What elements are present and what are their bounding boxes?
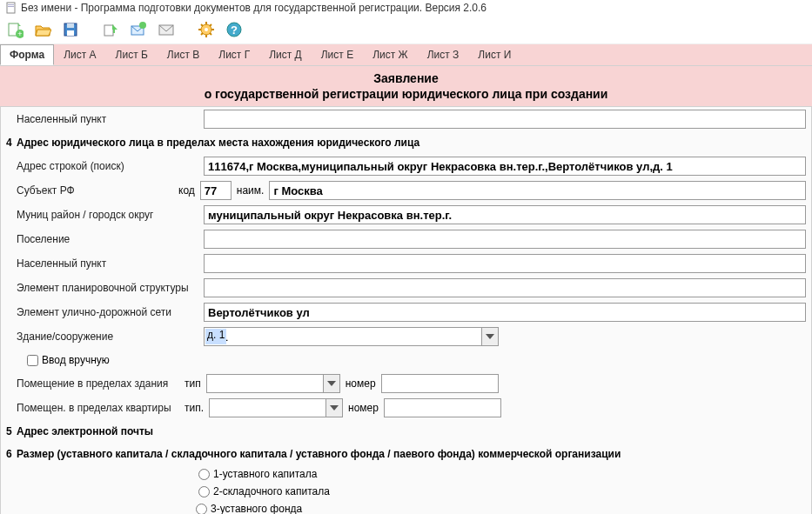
app-icon <box>5 2 17 14</box>
toolbar: + ? <box>0 16 812 44</box>
locality-input[interactable] <box>204 254 806 273</box>
apt-type-dropdown[interactable] <box>325 398 343 417</box>
building-select[interactable] <box>204 327 482 346</box>
svg-marker-28 <box>330 405 339 411</box>
page-subtitle: о государственной регистрации юридическо… <box>0 87 812 106</box>
capital-opt1-radio[interactable] <box>198 469 210 480</box>
room-type-select[interactable] <box>206 374 324 393</box>
save-button[interactable] <box>59 18 82 41</box>
apt-type-select[interactable] <box>209 398 326 417</box>
munic-label: Муниц район / городск округ <box>17 209 204 221</box>
tab-list-b[interactable]: Лист Б <box>106 44 158 65</box>
street-label: Элемент улично-дорожной сети <box>17 306 204 318</box>
title-bar: Без имени - Программа подготовки докумен… <box>0 0 812 16</box>
svg-point-12 <box>139 22 146 29</box>
svg-point-15 <box>205 28 208 31</box>
tab-list-i[interactable]: Лист И <box>468 44 520 65</box>
settlement-label: Поселение <box>17 233 204 245</box>
section-4-title: 4 Адрес юридического лица в пределах мес… <box>1 131 811 154</box>
page-title: Заявление <box>0 66 812 87</box>
svg-line-21 <box>210 33 211 35</box>
mail-button[interactable] <box>155 18 178 41</box>
export-button[interactable] <box>99 18 122 41</box>
svg-line-22 <box>201 33 203 35</box>
svg-rect-2 <box>8 6 14 7</box>
tab-form[interactable]: Форма <box>0 44 54 65</box>
svg-rect-10 <box>104 25 113 36</box>
section-6-title: 6 Размер (уставного капитала / складочно… <box>1 443 811 465</box>
building-label: Здание/сооружение <box>17 330 204 343</box>
tab-list-g[interactable]: Лист Г <box>209 44 259 65</box>
capital-opt3-radio[interactable] <box>196 504 207 515</box>
svg-rect-1 <box>8 4 14 5</box>
building-dropdown[interactable] <box>481 327 499 346</box>
room-label: Помещение в пределах здания <box>17 377 185 390</box>
svg-rect-8 <box>67 23 74 28</box>
subject-rf-label: Субъект РФ <box>17 184 173 197</box>
svg-line-20 <box>201 24 203 26</box>
svg-marker-4 <box>18 23 21 26</box>
open-button[interactable] <box>31 18 54 41</box>
tab-list-d[interactable]: Лист Д <box>259 44 312 65</box>
svg-text:?: ? <box>231 23 238 37</box>
locality-top-input[interactable] <box>204 110 806 129</box>
tab-list-a[interactable]: Лист А <box>54 44 105 65</box>
svg-rect-0 <box>7 3 15 13</box>
new-button[interactable]: + <box>3 18 26 41</box>
tab-list-e[interactable]: Лист Е <box>312 44 363 65</box>
munic-input[interactable] <box>204 205 806 224</box>
street-input[interactable] <box>204 303 806 322</box>
subject-name-input[interactable] <box>269 181 806 200</box>
tabs: Форма Лист А Лист Б Лист В Лист Г Лист Д… <box>0 44 812 66</box>
svg-marker-27 <box>327 381 336 386</box>
settlement-input[interactable] <box>204 230 806 249</box>
svg-marker-26 <box>486 334 494 339</box>
section-5-title: 5 Адрес электронной почты <box>1 420 811 443</box>
plan-input[interactable] <box>204 278 806 297</box>
addr-search-label: Адрес строкой (поиск) <box>17 160 204 172</box>
addr-search-input[interactable] <box>204 157 806 176</box>
capital-opt2-radio[interactable] <box>198 486 210 497</box>
send-button[interactable] <box>127 18 150 41</box>
window-title: Без имени - Программа подготовки докумен… <box>21 2 487 14</box>
manual-checkbox[interactable] <box>27 355 38 366</box>
svg-line-23 <box>210 24 211 26</box>
tab-list-v[interactable]: Лист В <box>158 44 209 65</box>
locality-top-label: Населенный пункт <box>17 113 204 125</box>
room-type-dropdown[interactable] <box>323 374 340 393</box>
locality-label: Населенный пункт <box>17 257 204 270</box>
svg-text:+: + <box>17 30 22 38</box>
apt-label: Помещен. в пределах квартиры <box>17 402 185 414</box>
help-button[interactable]: ? <box>223 18 245 41</box>
tab-list-z[interactable]: Лист З <box>418 44 469 65</box>
form-area: Населенный пункт 4 Адрес юридического ли… <box>0 106 812 514</box>
svg-rect-9 <box>67 30 74 36</box>
settings-button[interactable] <box>195 18 218 41</box>
plan-label: Элемент планировочной структуры <box>17 282 204 294</box>
subject-code-input[interactable] <box>200 181 232 200</box>
tab-list-zh[interactable]: Лист Ж <box>363 44 418 65</box>
manual-label: Ввод вручную <box>42 354 110 366</box>
apt-num-input[interactable] <box>384 398 501 417</box>
room-num-input[interactable] <box>381 374 499 393</box>
